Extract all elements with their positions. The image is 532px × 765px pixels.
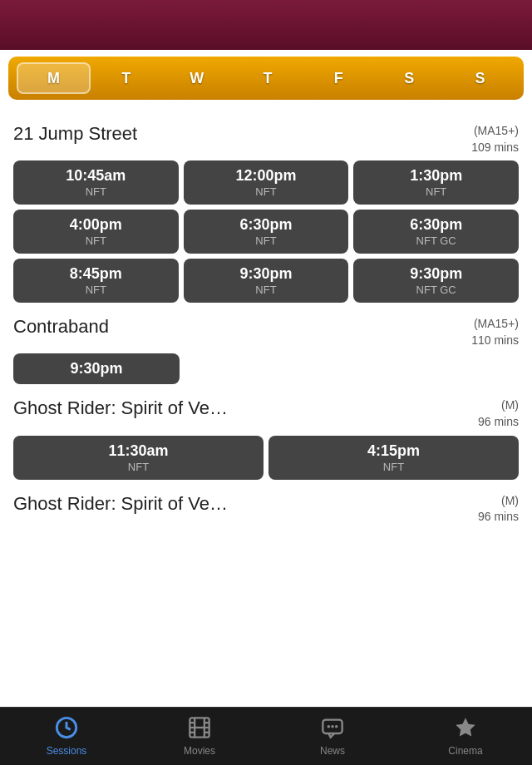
session-btn-0-2[interactable]: 1:30pmNFT <box>353 160 519 205</box>
session-note: NFT <box>17 185 175 198</box>
movie-meta-0: (MA15+)109 mins <box>471 123 519 155</box>
tab-news[interactable]: News <box>266 716 399 757</box>
session-time: 8:45pm <box>17 265 175 283</box>
movie-title-2: Ghost Rider: Spirit of Ve… <box>13 397 228 419</box>
session-btn-2-0[interactable]: 11:30amNFT <box>13 436 264 480</box>
session-btn-0-3[interactable]: 4:00pmNFT <box>13 210 179 254</box>
movie-meta-2: (M)96 mins <box>478 397 519 430</box>
tab-sessions[interactable]: Sessions <box>0 716 133 757</box>
movie-row-3: Ghost Rider: Spirit of Ve…(M)96 mins <box>13 493 519 526</box>
day-btn-6[interactable]: S <box>445 62 515 94</box>
svg-marker-13 <box>456 718 475 736</box>
session-btn-0-6[interactable]: 8:45pmNFT <box>13 259 179 303</box>
session-time: 9:30pm <box>17 360 176 378</box>
session-time: 1:30pm <box>357 167 515 185</box>
session-note: NFT <box>357 185 515 198</box>
day-btn-0[interactable]: M <box>17 62 91 94</box>
session-btn-2-1[interactable]: 4:15pmNFT <box>268 436 519 480</box>
tab-bar: Sessions Movies News Cinema <box>0 707 532 765</box>
session-note: NFT <box>187 234 346 247</box>
clock-icon <box>55 716 78 743</box>
session-btn-0-1[interactable]: 12:00pmNFT <box>184 160 349 205</box>
movie-meta-1: (MA15+)110 mins <box>471 316 519 348</box>
session-time: 10:45am <box>17 167 175 185</box>
session-note: NFT <box>272 461 515 473</box>
session-time: 12:00pm <box>187 167 346 185</box>
session-time: 4:15pm <box>272 442 515 460</box>
movie-title-3: Ghost Rider: Spirit of Ve… <box>13 493 228 515</box>
tab-movies[interactable]: Movies <box>133 716 266 757</box>
movie-title-1: Contraband <box>13 316 109 338</box>
session-time: 6:30pm <box>187 216 346 234</box>
session-note: NFT GC <box>357 234 515 247</box>
movie-meta-3: (M)96 mins <box>478 493 519 526</box>
day-btn-3[interactable]: T <box>232 62 303 94</box>
svg-point-11 <box>331 725 334 728</box>
movie-row-2: Ghost Rider: Spirit of Ve…(M)96 mins <box>13 397 519 430</box>
content-area: 21 Jump Street(MA15+)109 mins10:45amNFT1… <box>0 106 532 707</box>
day-btn-1[interactable]: T <box>91 62 161 94</box>
session-btn-0-5[interactable]: 6:30pmNFT GC <box>353 210 519 254</box>
star-icon <box>454 716 477 743</box>
session-btn-1-0[interactable]: 9:30pm <box>13 353 180 384</box>
tab-cinema[interactable]: Cinema <box>399 716 532 757</box>
session-note: NFT <box>187 284 346 296</box>
session-time: 6:30pm <box>357 216 515 234</box>
session-time: 4:00pm <box>17 216 175 234</box>
day-selector: MTWTFSS <box>8 57 524 100</box>
session-grid-2: 11:30amNFT4:15pmNFT <box>13 436 519 480</box>
movie-title-0: 21 Jump Street <box>13 123 137 145</box>
svg-point-10 <box>328 725 331 728</box>
film-icon <box>188 716 211 743</box>
session-time: 9:30pm <box>357 265 515 283</box>
movie-row-0: 21 Jump Street(MA15+)109 mins <box>13 123 519 155</box>
session-grid-0: 10:45amNFT12:00pmNFT1:30pmNFT4:00pmNFT6:… <box>13 160 519 303</box>
chat-icon <box>321 716 344 743</box>
movie-row-1: Contraband(MA15+)110 mins <box>13 316 519 348</box>
app-header <box>0 0 532 50</box>
tab-label-0: Sessions <box>47 745 87 757</box>
day-btn-2[interactable]: W <box>161 62 232 94</box>
session-time: 9:30pm <box>187 265 346 283</box>
day-btn-4[interactable]: F <box>303 62 374 94</box>
session-btn-0-0[interactable]: 10:45amNFT <box>13 160 179 205</box>
session-note: NFT <box>187 185 346 198</box>
session-note: NFT <box>17 461 260 473</box>
session-note: NFT <box>17 284 175 296</box>
session-note: NFT <box>17 234 175 247</box>
day-btn-5[interactable]: S <box>374 62 445 94</box>
tab-label-3: Cinema <box>448 745 482 757</box>
session-grid-1: 9:30pm <box>13 353 180 384</box>
session-btn-0-4[interactable]: 6:30pmNFT <box>184 210 349 254</box>
session-btn-0-8[interactable]: 9:30pmNFT GC <box>353 259 519 303</box>
svg-point-12 <box>335 725 338 728</box>
session-time: 11:30am <box>17 442 260 460</box>
session-btn-0-7[interactable]: 9:30pmNFT <box>184 259 349 303</box>
movies-list: 21 Jump Street(MA15+)109 mins10:45amNFT1… <box>13 123 519 526</box>
session-note: NFT GC <box>357 284 515 296</box>
tab-label-2: News <box>320 745 345 757</box>
tab-label-1: Movies <box>184 745 215 757</box>
